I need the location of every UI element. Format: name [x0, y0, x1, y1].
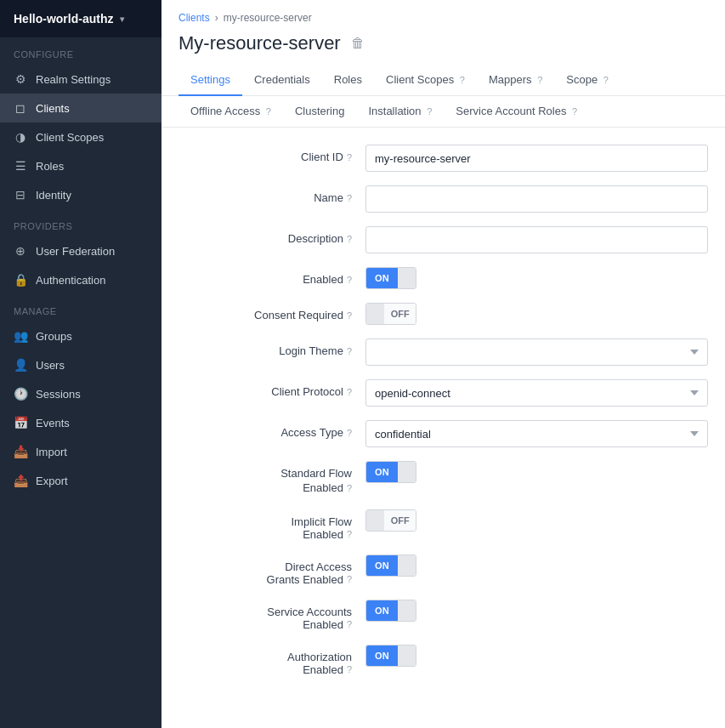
- enabled-toggle[interactable]: ON: [365, 267, 416, 289]
- toggle-off-handle: [366, 510, 384, 531]
- service-account-roles-help-icon[interactable]: ?: [572, 106, 577, 117]
- sidebar-item-identity[interactable]: ⊟ Identity: [0, 180, 161, 209]
- service-accounts-toggle-wrap: ON: [365, 600, 416, 622]
- sidebar-item-import[interactable]: 📥 Import: [0, 437, 161, 466]
- client-protocol-label: Client Protocol ?: [178, 379, 365, 398]
- consent-required-label: Consent Required ?: [178, 303, 365, 321]
- consent-required-help-icon[interactable]: ?: [347, 310, 352, 321]
- page-header: My-resource-server 🗑: [161, 24, 725, 54]
- client-id-input[interactable]: [365, 145, 708, 172]
- toggle-on-label: ON: [366, 268, 398, 288]
- implicit-flow-help-icon[interactable]: ?: [347, 529, 352, 539]
- tab-mappers[interactable]: Mappers ?: [477, 65, 554, 96]
- direct-access-label: Direct Access Grants Enabled ?: [178, 555, 365, 586]
- lock-icon: 🔒: [14, 273, 27, 287]
- description-help-icon[interactable]: ?: [347, 234, 352, 244]
- client-id-label: Client ID ?: [178, 145, 365, 163]
- sidebar-item-users[interactable]: 👤 Users: [0, 350, 161, 379]
- sidebar-item-events[interactable]: 📅 Events: [0, 408, 161, 437]
- authorization-label: Authorization Enabled ?: [178, 645, 365, 676]
- sidebar-item-realm-settings[interactable]: ⚙ Realm Settings: [0, 65, 161, 94]
- client-scopes-help-icon[interactable]: ?: [460, 75, 465, 85]
- breadcrumb-clients-link[interactable]: Clients: [178, 12, 210, 24]
- authorization-toggle[interactable]: ON: [365, 645, 416, 667]
- enabled-help-icon[interactable]: ?: [347, 275, 352, 285]
- sidebar-item-authentication[interactable]: 🔒 Authentication: [0, 265, 161, 294]
- login-theme-row: Login Theme ? keycloak: [178, 338, 708, 366]
- app-title-button[interactable]: Hello-world-authz ▾: [0, 0, 161, 37]
- chevron-down-icon: ▾: [120, 14, 124, 24]
- tab-clustering[interactable]: Clustering: [283, 96, 357, 128]
- client-id-row: Client ID ?: [178, 145, 708, 172]
- tab-service-account-roles[interactable]: Service Account Roles ?: [444, 96, 589, 128]
- tab-roles[interactable]: Roles: [322, 65, 374, 96]
- app-title: Hello-world-authz: [14, 12, 113, 26]
- description-input[interactable]: [365, 226, 708, 253]
- delete-button[interactable]: 🗑: [351, 36, 365, 51]
- access-type-help-icon[interactable]: ?: [347, 428, 352, 438]
- import-icon: 📥: [14, 445, 27, 458]
- service-accounts-help-icon[interactable]: ?: [347, 619, 352, 629]
- name-input[interactable]: [365, 185, 708, 213]
- users-icon: 👤: [14, 358, 27, 372]
- manage-section-label: Manage: [0, 294, 161, 321]
- toggle-on-handle: [398, 646, 416, 666]
- standard-flow-help-icon[interactable]: ?: [347, 482, 352, 494]
- offline-access-help-icon[interactable]: ?: [266, 106, 271, 117]
- client-protocol-help-icon[interactable]: ?: [347, 387, 352, 397]
- login-theme-help-icon[interactable]: ?: [347, 346, 352, 356]
- sidebar-item-label: Clients: [36, 102, 70, 115]
- sidebar-item-label: Authentication: [36, 274, 105, 287]
- name-help-icon[interactable]: ?: [347, 193, 352, 203]
- access-type-row: Access Type ? confidential public bearer…: [178, 420, 708, 447]
- sidebar-item-clients[interactable]: ◻ Clients: [0, 94, 161, 122]
- sidebar-item-label: Users: [36, 359, 65, 372]
- consent-required-toggle[interactable]: OFF: [365, 303, 416, 325]
- name-label: Name ?: [178, 185, 365, 204]
- enabled-label: Enabled ?: [178, 267, 365, 286]
- scope-help-icon[interactable]: ?: [603, 75, 609, 85]
- tabs-row-2: Offline Access ? Clustering Installation…: [161, 96, 725, 128]
- service-accounts-toggle[interactable]: ON: [365, 600, 416, 622]
- toggle-on-label: ON: [366, 555, 398, 576]
- direct-access-toggle[interactable]: ON: [365, 555, 416, 577]
- toggle-on-handle: [398, 600, 416, 621]
- sidebar-item-label: Roles: [36, 160, 64, 173]
- settings-form: Client ID ? Name ? Description ? Enabled: [161, 128, 725, 707]
- installation-help-icon[interactable]: ?: [427, 106, 432, 117]
- authorization-help-icon[interactable]: ?: [347, 664, 352, 674]
- client-id-help-icon[interactable]: ?: [347, 152, 352, 162]
- tab-settings[interactable]: Settings: [178, 65, 242, 96]
- toggle-on-label: ON: [366, 600, 398, 621]
- tab-offline-access[interactable]: Offline Access ?: [178, 96, 283, 128]
- implicit-flow-toggle[interactable]: OFF: [365, 509, 416, 532]
- login-theme-select[interactable]: keycloak: [365, 338, 708, 366]
- toggle-on-handle: [398, 268, 416, 288]
- authorization-row: Authorization Enabled ? ON: [178, 645, 708, 676]
- name-row: Name ?: [178, 185, 708, 213]
- tab-scope[interactable]: Scope ?: [554, 65, 620, 96]
- sidebar-item-user-federation[interactable]: ⊕ User Federation: [0, 236, 161, 265]
- tab-client-scopes[interactable]: Client Scopes ?: [374, 65, 477, 96]
- sidebar-item-client-scopes[interactable]: ◑ Client Scopes: [0, 122, 161, 151]
- main-content: Clients › my-resource-server My-resource…: [161, 0, 725, 728]
- providers-section-label: Providers: [0, 209, 161, 236]
- direct-access-help-icon[interactable]: ?: [347, 574, 352, 584]
- access-type-select[interactable]: confidential public bearer-only: [365, 420, 708, 447]
- standard-flow-toggle[interactable]: ON: [365, 461, 416, 483]
- tab-credentials[interactable]: Credentials: [242, 65, 322, 96]
- access-type-label: Access Type ?: [178, 420, 365, 439]
- sidebar-item-sessions[interactable]: 🕐 Sessions: [0, 379, 161, 408]
- mappers-help-icon[interactable]: ?: [537, 75, 542, 85]
- client-protocol-select[interactable]: openid-connect saml: [365, 379, 708, 407]
- sidebar-item-groups[interactable]: 👥 Groups: [0, 321, 161, 350]
- service-accounts-label: Service Accounts Enabled ?: [178, 600, 365, 631]
- description-row: Description ?: [178, 226, 708, 253]
- breadcrumb-separator: ›: [215, 12, 218, 24]
- tab-installation[interactable]: Installation ?: [356, 96, 444, 128]
- sidebar-item-roles[interactable]: ☰ Roles: [0, 151, 161, 180]
- standard-flow-label: Standard Flow Enabled ?: [178, 461, 365, 496]
- implicit-flow-toggle-wrap: OFF: [365, 509, 416, 532]
- toggle-on-handle: [398, 462, 416, 482]
- sidebar-item-export[interactable]: 📤 Export: [0, 466, 161, 495]
